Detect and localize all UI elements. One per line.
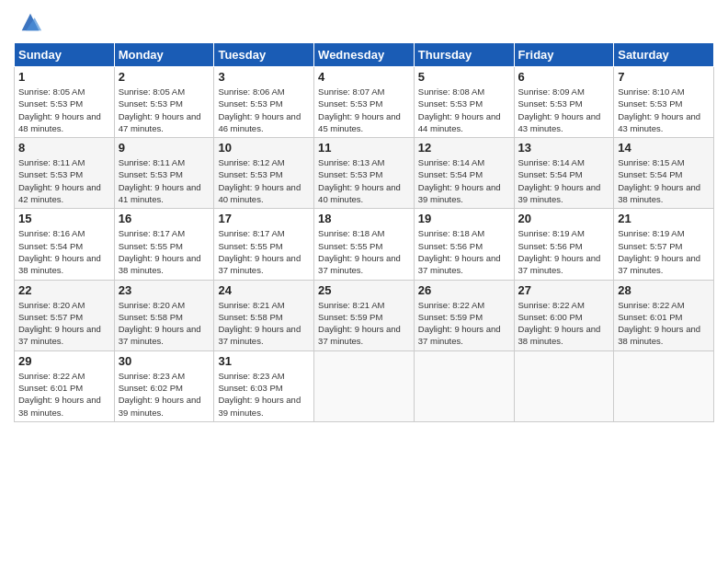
day-number: 22: [18, 283, 110, 297]
calendar-cell-day-22: 22 Sunrise: 8:20 AM Sunset: 5:57 PM Dayl…: [15, 280, 115, 350]
day-number: 28: [618, 283, 710, 297]
day-number: 19: [418, 212, 510, 225]
day-number: 6: [518, 70, 610, 84]
calendar-cell-day-8: 8 Sunrise: 8:11 AM Sunset: 5:53 PM Dayli…: [15, 138, 115, 209]
calendar-header-row: SundayMondayTuesdayWednesdayThursdayFrid…: [15, 43, 714, 67]
day-info: Sunrise: 8:20 AM Sunset: 5:57 PM Dayligh…: [18, 299, 110, 348]
day-info: Sunrise: 8:23 AM Sunset: 6:02 PM Dayligh…: [119, 370, 210, 419]
empty-cell: [614, 350, 714, 421]
logo: [14, 14, 43, 35]
day-info: Sunrise: 8:18 AM Sunset: 5:55 PM Dayligh…: [318, 227, 410, 276]
calendar-cell-day-5: 5 Sunrise: 8:08 AM Sunset: 5:53 PM Dayli…: [414, 67, 514, 138]
day-number: 3: [218, 70, 310, 84]
calendar-cell-day-20: 20 Sunrise: 8:19 AM Sunset: 5:56 PM Dayl…: [514, 209, 614, 280]
day-number: 12: [418, 141, 510, 155]
calendar-week-row: 22 Sunrise: 8:20 AM Sunset: 5:57 PM Dayl…: [15, 280, 714, 350]
day-number: 16: [119, 212, 210, 225]
day-info: Sunrise: 8:05 AM Sunset: 5:53 PM Dayligh…: [18, 86, 110, 134]
calendar-cell-day-30: 30 Sunrise: 8:23 AM Sunset: 6:02 PM Dayl…: [114, 350, 214, 421]
calendar-cell-day-27: 27 Sunrise: 8:22 AM Sunset: 6:00 PM Dayl…: [514, 280, 614, 350]
calendar-cell-day-12: 12 Sunrise: 8:14 AM Sunset: 5:54 PM Dayl…: [414, 138, 514, 209]
day-info: Sunrise: 8:23 AM Sunset: 6:03 PM Dayligh…: [218, 370, 310, 419]
calendar-cell-day-16: 16 Sunrise: 8:17 AM Sunset: 5:55 PM Dayl…: [114, 209, 214, 280]
day-info: Sunrise: 8:14 AM Sunset: 5:54 PM Dayligh…: [518, 156, 610, 205]
day-number: 8: [18, 141, 110, 155]
calendar-cell-day-14: 14 Sunrise: 8:15 AM Sunset: 5:54 PM Dayl…: [614, 138, 714, 209]
calendar-header-tuesday: Tuesday: [214, 43, 314, 67]
day-info: Sunrise: 8:22 AM Sunset: 6:00 PM Dayligh…: [518, 299, 610, 348]
day-info: Sunrise: 8:11 AM Sunset: 5:53 PM Dayligh…: [119, 156, 210, 205]
day-info: Sunrise: 8:11 AM Sunset: 5:53 PM Dayligh…: [18, 156, 110, 205]
calendar-cell-day-28: 28 Sunrise: 8:22 AM Sunset: 6:01 PM Dayl…: [614, 280, 714, 350]
calendar-cell-day-19: 19 Sunrise: 8:18 AM Sunset: 5:56 PM Dayl…: [414, 209, 514, 280]
day-number: 27: [518, 283, 610, 297]
day-info: Sunrise: 8:19 AM Sunset: 5:56 PM Dayligh…: [518, 227, 610, 276]
day-number: 29: [18, 354, 110, 368]
calendar-cell-day-3: 3 Sunrise: 8:06 AM Sunset: 5:53 PM Dayli…: [214, 67, 314, 138]
day-number: 7: [618, 70, 710, 84]
day-info: Sunrise: 8:17 AM Sunset: 5:55 PM Dayligh…: [218, 227, 310, 276]
day-info: Sunrise: 8:13 AM Sunset: 5:53 PM Dayligh…: [318, 156, 410, 205]
calendar-cell-day-10: 10 Sunrise: 8:12 AM Sunset: 5:53 PM Dayl…: [214, 138, 314, 209]
day-info: Sunrise: 8:16 AM Sunset: 5:54 PM Dayligh…: [18, 227, 110, 276]
day-info: Sunrise: 8:22 AM Sunset: 6:01 PM Dayligh…: [18, 370, 110, 419]
calendar-cell-day-18: 18 Sunrise: 8:18 AM Sunset: 5:55 PM Dayl…: [314, 209, 415, 280]
day-number: 31: [218, 354, 310, 368]
day-number: 5: [418, 70, 510, 84]
calendar-cell-day-4: 4 Sunrise: 8:07 AM Sunset: 5:53 PM Dayli…: [314, 67, 415, 138]
day-number: 1: [18, 70, 110, 84]
day-info: Sunrise: 8:22 AM Sunset: 6:01 PM Dayligh…: [618, 299, 710, 348]
day-info: Sunrise: 8:10 AM Sunset: 5:53 PM Dayligh…: [618, 86, 710, 134]
day-number: 26: [418, 283, 510, 297]
calendar-cell-day-23: 23 Sunrise: 8:20 AM Sunset: 5:58 PM Dayl…: [114, 280, 214, 350]
calendar-cell-day-11: 11 Sunrise: 8:13 AM Sunset: 5:53 PM Dayl…: [314, 138, 415, 209]
calendar-cell-day-15: 15 Sunrise: 8:16 AM Sunset: 5:54 PM Dayl…: [15, 209, 115, 280]
day-number: 17: [218, 212, 310, 225]
day-number: 13: [518, 141, 610, 155]
calendar-header-wednesday: Wednesday: [314, 43, 415, 67]
empty-cell: [414, 350, 514, 421]
day-number: 23: [119, 283, 210, 297]
day-number: 21: [618, 212, 710, 225]
day-number: 9: [119, 141, 210, 155]
day-info: Sunrise: 8:09 AM Sunset: 5:53 PM Dayligh…: [518, 86, 610, 134]
empty-cell: [314, 350, 415, 421]
day-info: Sunrise: 8:12 AM Sunset: 5:53 PM Dayligh…: [218, 156, 310, 205]
calendar-week-row: 15 Sunrise: 8:16 AM Sunset: 5:54 PM Dayl…: [15, 209, 714, 280]
day-number: 4: [318, 70, 410, 84]
calendar-cell-day-1: 1 Sunrise: 8:05 AM Sunset: 5:53 PM Dayli…: [15, 67, 115, 138]
calendar-header-monday: Monday: [114, 43, 214, 67]
calendar-cell-day-17: 17 Sunrise: 8:17 AM Sunset: 5:55 PM Dayl…: [214, 209, 314, 280]
day-info: Sunrise: 8:21 AM Sunset: 5:59 PM Dayligh…: [318, 299, 410, 348]
day-number: 14: [618, 141, 710, 155]
day-info: Sunrise: 8:14 AM Sunset: 5:54 PM Dayligh…: [418, 156, 510, 205]
calendar-week-row: 1 Sunrise: 8:05 AM Sunset: 5:53 PM Dayli…: [15, 67, 714, 138]
calendar-week-row: 8 Sunrise: 8:11 AM Sunset: 5:53 PM Dayli…: [15, 138, 714, 209]
day-number: 25: [318, 283, 410, 297]
day-info: Sunrise: 8:20 AM Sunset: 5:58 PM Dayligh…: [119, 299, 210, 348]
day-number: 20: [518, 212, 610, 225]
calendar-cell-day-31: 31 Sunrise: 8:23 AM Sunset: 6:03 PM Dayl…: [214, 350, 314, 421]
day-info: Sunrise: 8:15 AM Sunset: 5:54 PM Dayligh…: [618, 156, 710, 205]
calendar-header-saturday: Saturday: [614, 43, 714, 67]
day-info: Sunrise: 8:06 AM Sunset: 5:53 PM Dayligh…: [218, 86, 310, 134]
calendar-cell-day-29: 29 Sunrise: 8:22 AM Sunset: 6:01 PM Dayl…: [15, 350, 115, 421]
day-info: Sunrise: 8:21 AM Sunset: 5:58 PM Dayligh…: [218, 299, 310, 348]
calendar-header-friday: Friday: [514, 43, 614, 67]
calendar-week-row: 29 Sunrise: 8:22 AM Sunset: 6:01 PM Dayl…: [15, 350, 714, 421]
header: [14, 9, 714, 35]
calendar-cell-day-7: 7 Sunrise: 8:10 AM Sunset: 5:53 PM Dayli…: [614, 67, 714, 138]
calendar-cell-day-9: 9 Sunrise: 8:11 AM Sunset: 5:53 PM Dayli…: [114, 138, 214, 209]
day-info: Sunrise: 8:22 AM Sunset: 5:59 PM Dayligh…: [418, 299, 510, 348]
empty-cell: [514, 350, 614, 421]
day-info: Sunrise: 8:18 AM Sunset: 5:56 PM Dayligh…: [418, 227, 510, 276]
day-number: 2: [119, 70, 210, 84]
day-number: 10: [218, 141, 310, 155]
calendar-table: SundayMondayTuesdayWednesdayThursdayFrid…: [14, 42, 714, 422]
calendar-header-sunday: Sunday: [15, 43, 115, 67]
day-info: Sunrise: 8:08 AM Sunset: 5:53 PM Dayligh…: [418, 86, 510, 134]
calendar-cell-day-24: 24 Sunrise: 8:21 AM Sunset: 5:58 PM Dayl…: [214, 280, 314, 350]
day-number: 24: [218, 283, 310, 297]
day-info: Sunrise: 8:19 AM Sunset: 5:57 PM Dayligh…: [618, 227, 710, 276]
day-info: Sunrise: 8:07 AM Sunset: 5:53 PM Dayligh…: [318, 86, 410, 134]
